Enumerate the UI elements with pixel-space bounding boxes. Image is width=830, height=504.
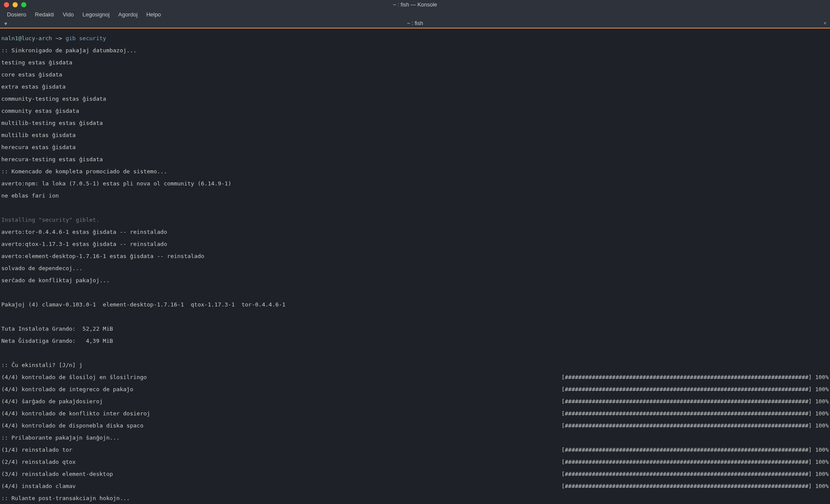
- output-line: herecura estas ĝisdata: [1, 144, 829, 150]
- tab-bar: ▾ ~ : fish ×: [0, 19, 830, 29]
- output-line: Neta Ĝisdatiga Grando: 4,39 MiB: [1, 338, 829, 344]
- window-titlebar: ~ : fish — Konsole: [0, 0, 830, 10]
- progress-line: (4/4) kontrolado de disponebla diska spa…: [1, 423, 829, 429]
- menu-agordoj[interactable]: Agordoj: [114, 11, 142, 18]
- progress-line: (2/4) reinstalado qtox[#################…: [1, 459, 829, 465]
- output-line: testing estas ĝisdata: [1, 60, 829, 66]
- window-close-button[interactable]: [4, 2, 9, 7]
- output-line: multilib estas ĝisdata: [1, 132, 829, 138]
- progress-line: (4/4) ŝarĝado de pakaĵdosieroj[#########…: [1, 399, 829, 405]
- output-line: Pakaĵoj (4) clamav-0.103.0-1 element-des…: [1, 302, 829, 308]
- menu-helpo[interactable]: Helpo: [142, 11, 165, 18]
- command-arg: security: [76, 35, 106, 41]
- menu-legosignoj[interactable]: Legosignoj: [78, 11, 114, 18]
- installing-message: Installing "security" giblet.: [1, 217, 829, 223]
- output-line: :: Prilaborante pakaĵajn ŝanĝojn...: [1, 435, 829, 441]
- progress-line: (4/4) kontrolado de konflikto inter dosi…: [1, 411, 829, 417]
- output-line: :: Ĉu ekinstali? [J/n] j: [1, 362, 829, 368]
- progress-line: (1/4) reinstalado tor[##################…: [1, 447, 829, 453]
- menu-dosiero[interactable]: Dosiero: [3, 11, 31, 18]
- tab-active[interactable]: ~ : fish: [407, 20, 423, 26]
- output-line: [1, 290, 829, 296]
- menubar: Dosiero Redakti Vido Legosignoj Agordoj …: [0, 10, 830, 19]
- window-minimize-button[interactable]: [13, 2, 18, 7]
- output-line: [1, 350, 829, 356]
- progress-line: (4/4) kontrolado de integreco de pakaĵo[…: [1, 386, 829, 392]
- output-line: Tuta Instalota Grando: 52,22 MiB: [1, 326, 829, 332]
- window-maximize-button[interactable]: [21, 2, 26, 7]
- prompt-user: naln1@lucy-arch: [1, 35, 55, 41]
- menu-redakti[interactable]: Redakti: [31, 11, 58, 18]
- output-line: community-testing estas ĝisdata: [1, 96, 829, 102]
- progress-line: (3/4) reinstalado element-desktop[######…: [1, 471, 829, 477]
- output-line: [1, 205, 829, 211]
- output-line: [1, 314, 829, 320]
- output-line: core estas ĝisdata: [1, 72, 829, 78]
- output-line: multilib-testing estas ĝisdata: [1, 120, 829, 126]
- menu-vido[interactable]: Vido: [58, 11, 78, 18]
- command-keyword: gib: [66, 35, 76, 41]
- output-line: serĉado de konfliktaj pakaĵoj...: [1, 278, 829, 284]
- progress-line: (4/4) instalado clamav[#################…: [1, 483, 829, 489]
- tab-close-button[interactable]: ×: [824, 20, 827, 26]
- output-line: herecura-testing estas ĝisdata: [1, 156, 829, 163]
- output-line: solvado de dependecoj...: [1, 265, 829, 271]
- output-line: averto:npm: la loka (7.0.5-1) estas pli …: [1, 181, 829, 187]
- output-line: averto:tor-0.4.4.6-1 estas ĝisdata -- re…: [1, 229, 829, 235]
- output-line: extra estas ĝisdata: [1, 84, 829, 90]
- window-title: ~ : fish — Konsole: [393, 2, 437, 8]
- output-line: averto:element-desktop-1.7.16-1 estas ĝi…: [1, 253, 829, 259]
- output-line: community estas ĝisdata: [1, 108, 829, 114]
- prompt-arrow: ~>: [55, 35, 65, 41]
- output-line: ne eblas fari ion: [1, 193, 829, 199]
- progress-line: (4/4) kontrolado de ŝlosiloj en ŝlosilri…: [1, 374, 829, 380]
- output-line: :: Sinkronigado de pakaĵaj datumbazoj...: [1, 48, 829, 54]
- new-tab-button[interactable]: ▾: [0, 20, 11, 27]
- output-line: :: Komencado de kompleta promociado de s…: [1, 169, 829, 175]
- terminal-viewport[interactable]: naln1@lucy-arch ~> gib security :: Sinkr…: [0, 29, 830, 504]
- output-line: :: Rulante post-transakciajn hokojn...: [1, 495, 829, 501]
- traffic-lights: [0, 2, 26, 7]
- output-line: averto:qtox-1.17.3-1 estas ĝisdata -- re…: [1, 241, 829, 247]
